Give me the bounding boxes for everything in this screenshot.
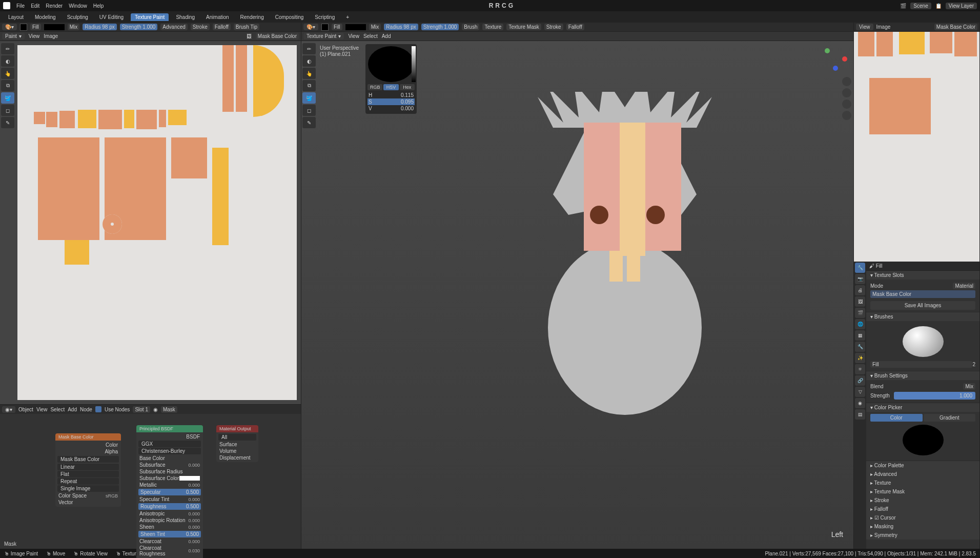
- stroke-dd-2[interactable]: Stroke: [544, 24, 563, 30]
- blend-mode-2[interactable]: Mix: [369, 24, 381, 30]
- node-image-source[interactable]: Single Image: [60, 486, 90, 491]
- sec-masking[interactable]: Masking: [866, 522, 979, 531]
- material-name[interactable]: Mask: [161, 406, 177, 413]
- strength-slider-2[interactable]: Strength 1.000: [421, 24, 459, 30]
- sec-symmetry[interactable]: Symmetry: [866, 531, 979, 540]
- orientation-gizmo[interactable]: [823, 46, 848, 72]
- uv-viewport[interactable]: ✏ ◐ 👆 ⧉ 🪣 ◻ ✎: [0, 41, 301, 404]
- tool-draw[interactable]: ✏: [1, 43, 14, 54]
- bsdf-specular[interactable]: Specular: [140, 489, 160, 495]
- stroke-dd[interactable]: Stroke: [191, 24, 210, 30]
- advanced-dd[interactable]: Advanced: [160, 24, 187, 30]
- sec-advanced[interactable]: Advanced: [866, 470, 979, 479]
- falloff-dd-2[interactable]: Falloff: [566, 24, 584, 30]
- tab-layout[interactable]: Layout: [4, 13, 28, 21]
- slot-dd[interactable]: Slot 1: [133, 406, 150, 413]
- tab-uvediting[interactable]: UV Editing: [95, 13, 128, 21]
- side-tab-render[interactable]: 📷: [855, 274, 865, 284]
- node-output-volume[interactable]: Volume: [219, 448, 236, 454]
- node-image-cs-val[interactable]: sRGB: [106, 493, 118, 499]
- node-image-texture[interactable]: Mask Base Color Color Alpha Mask Base Co…: [55, 433, 121, 507]
- node-editor[interactable]: ◉▾ Object View Select Add Node Use Nodes…: [0, 404, 301, 549]
- blend-mode[interactable]: Mix: [68, 24, 80, 30]
- texturemask-dd[interactable]: Texture Mask: [506, 24, 541, 30]
- side-tab-physics[interactable]: ⚛: [855, 364, 865, 374]
- side-tab-viewlayer[interactable]: 🖼: [855, 296, 865, 307]
- zoom-icon[interactable]: [842, 77, 851, 86]
- texture-dd[interactable]: Texture: [482, 24, 503, 30]
- tool-smear[interactable]: 👆: [1, 68, 14, 79]
- slot-item[interactable]: Mask Base Color: [870, 290, 975, 298]
- bsdf-sheen[interactable]: Sheen: [139, 524, 154, 530]
- hue-value[interactable]: 0.115: [401, 92, 414, 98]
- color-wheel[interactable]: [368, 46, 414, 82]
- node-output-displacement[interactable]: Displacement: [219, 455, 251, 461]
- tool-fill[interactable]: 🪣: [1, 92, 14, 104]
- bsdf-spectint[interactable]: Specular Tint: [139, 496, 169, 502]
- vp-tool-fill[interactable]: 🪣: [302, 92, 316, 104]
- right-image-canvas[interactable]: [854, 32, 979, 262]
- right-img-menu-image[interactable]: Image: [876, 24, 891, 30]
- bsdf-basecolor[interactable]: Base Color: [139, 455, 165, 461]
- node-menu-node[interactable]: Node: [80, 407, 92, 412]
- vp-tool-annotate[interactable]: ✎: [302, 117, 316, 128]
- node-image-color-out[interactable]: Color: [106, 442, 118, 448]
- tool-clone[interactable]: ⧉: [1, 80, 14, 91]
- color-picker-popup[interactable]: RGB HSV Hex H0.115 S0.095 V0.000: [365, 44, 417, 114]
- sec-stroke[interactable]: Stroke: [866, 496, 979, 505]
- brush-dd[interactable]: Brush: [462, 24, 479, 30]
- right-img-name[interactable]: Mask Base Color: [934, 24, 977, 30]
- node-image-name-field[interactable]: Mask Base Color: [60, 456, 99, 462]
- bsdf-sss-radius[interactable]: Subsurface Radius: [139, 469, 183, 474]
- colortab-hex[interactable]: Hex: [400, 84, 415, 90]
- tab-animation[interactable]: Animation: [202, 13, 233, 21]
- color-ramp[interactable]: [44, 24, 65, 30]
- node-principled-bsdf[interactable]: Principled BSDF BSDF GGX Christensen-Bur…: [136, 425, 203, 558]
- bsdf-aniso[interactable]: Anisotropic: [139, 511, 165, 516]
- brush-color-swatch[interactable]: [20, 24, 27, 31]
- radius-slider[interactable]: Radius 98 px: [83, 24, 116, 30]
- node-material-output[interactable]: Material Output All Surface Volume Displ…: [216, 425, 258, 462]
- fill-tool-2[interactable]: Fill: [332, 24, 342, 30]
- node-image-projection[interactable]: Flat: [60, 471, 69, 477]
- blend-value[interactable]: Mix: [963, 383, 975, 390]
- sat-value[interactable]: 0.095: [401, 99, 414, 105]
- side-tab-world[interactable]: 🌐: [855, 319, 865, 329]
- bsdf-metallic[interactable]: Metallic: [139, 482, 157, 488]
- sec-texture-slots[interactable]: Texture Slots: [866, 271, 979, 280]
- vp-tool-soften[interactable]: ◐: [302, 55, 316, 67]
- scene-name[interactable]: Scene: [910, 3, 931, 9]
- bsdf-sheentint[interactable]: Sheen Tint: [140, 531, 165, 537]
- side-tab-tool[interactable]: 🔧: [855, 263, 865, 273]
- tab-texturepaint[interactable]: Texture Paint: [131, 13, 169, 21]
- side-tab-constraint[interactable]: 🔗: [855, 375, 865, 386]
- sec-brush-settings[interactable]: Brush Settings: [866, 371, 979, 380]
- color-wheel-prop[interactable]: [903, 425, 944, 455]
- bsdf-roughness[interactable]: Roughness: [140, 504, 167, 509]
- uv-menu-image[interactable]: Image: [44, 33, 58, 39]
- side-tab-scene[interactable]: 🎬: [855, 308, 865, 318]
- tab-modeling[interactable]: Modeling: [31, 13, 60, 21]
- vp-menu-view[interactable]: View: [348, 33, 359, 39]
- save-all-btn[interactable]: Save All Images: [870, 301, 975, 310]
- sec-color-palette[interactable]: Color Palette: [866, 461, 979, 470]
- vp-tool-smear[interactable]: 👆: [302, 68, 316, 79]
- vp-tool-mask[interactable]: ◻: [302, 105, 316, 116]
- val-value[interactable]: 0.000: [401, 106, 414, 111]
- strength-slider-prop[interactable]: 1.000: [894, 392, 975, 400]
- node-menu-object[interactable]: Object: [18, 407, 33, 412]
- tab-sculpting[interactable]: Sculpting: [63, 13, 92, 21]
- camera-icon[interactable]: [842, 99, 851, 109]
- node-menu-add[interactable]: Add: [68, 407, 77, 412]
- tool-annotate[interactable]: ✎: [1, 117, 14, 128]
- tab-compositing[interactable]: Compositing: [271, 13, 308, 21]
- move-icon[interactable]: [842, 88, 851, 97]
- side-tab-particles[interactable]: ✨: [855, 353, 865, 363]
- node-menu-view[interactable]: View: [36, 407, 48, 412]
- tab-rendering[interactable]: Rendering: [236, 13, 268, 21]
- gradient-tab-btn[interactable]: Gradient: [924, 414, 976, 422]
- node-bsdf-output[interactable]: BSDF: [186, 434, 200, 440]
- side-tab-data[interactable]: ▽: [855, 387, 865, 397]
- uv-canvas[interactable]: [17, 45, 297, 400]
- value-slider[interactable]: [412, 46, 416, 82]
